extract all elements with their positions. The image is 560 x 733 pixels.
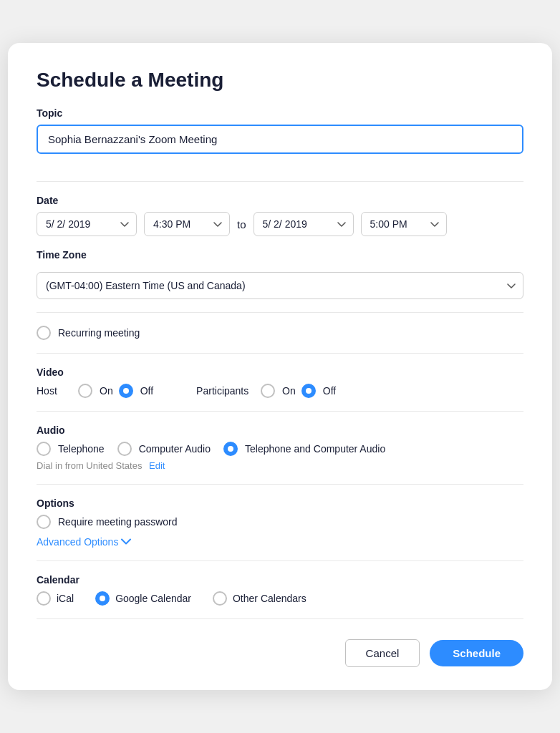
footer-row: Cancel Schedule [37, 639, 523, 667]
host-off-label: Off [140, 385, 153, 397]
computer-audio-pair: Computer Audio [117, 442, 211, 456]
participants-off-label: Off [323, 385, 336, 397]
audio-row: Telephone Computer Audio Telephone and C… [37, 442, 523, 456]
end-time-select[interactable]: 5:00 PM [361, 212, 447, 236]
video-row: Host On Off Participants On Off [37, 384, 523, 398]
google-calendar-label: Google Calendar [115, 593, 191, 604]
audio-section: Audio Telephone Computer Audio Telephone… [37, 424, 523, 471]
divider-5 [37, 484, 523, 485]
host-on-radio[interactable] [78, 384, 92, 398]
topic-section: Topic [37, 107, 523, 168]
start-time-select[interactable]: 4:30 PM [144, 212, 230, 236]
video-label: Video [37, 366, 523, 378]
dial-in-text: Dial in from United States [37, 460, 142, 471]
cancel-button[interactable]: Cancel [345, 639, 420, 667]
participants-on-pair: On [261, 384, 296, 398]
host-off-radio[interactable] [119, 384, 133, 398]
host-on-label: On [100, 385, 113, 397]
ical-option: iCal [37, 591, 74, 606]
date-row: 5/ 2/ 2019 4:30 PM to 5/ 2/ 2019 5:00 PM [37, 212, 523, 236]
telephone-pair: Telephone [37, 442, 105, 456]
edit-link[interactable]: Edit [149, 460, 165, 471]
timezone-section: Time Zone (GMT-04:00) Eastern Time (US a… [37, 249, 523, 299]
schedule-meeting-modal: Schedule a Meeting Topic Date 5/ 2/ 2019… [8, 43, 552, 690]
date-section: Date 5/ 2/ 2019 4:30 PM to 5/ 2/ 2019 5:… [37, 195, 523, 236]
advanced-options-row[interactable]: Advanced Options [37, 536, 523, 548]
google-calendar-option: Google Calendar [95, 591, 191, 606]
calendar-label: Calendar [37, 574, 523, 586]
computer-audio-label: Computer Audio [139, 443, 211, 455]
video-section: Video Host On Off Participants On [37, 366, 523, 398]
topic-input[interactable] [37, 125, 523, 154]
end-date-select[interactable]: 5/ 2/ 2019 [254, 212, 354, 236]
divider-2 [37, 312, 523, 313]
date-label: Date [37, 195, 523, 206]
participants-off-pair: Off [301, 384, 336, 398]
telephone-computer-label: Telephone and Computer Audio [245, 443, 385, 455]
divider-7 [37, 618, 523, 619]
calendar-section: Calendar iCal Google Calendar Other Cale… [37, 574, 523, 606]
other-calendars-option: Other Calendars [213, 591, 306, 606]
telephone-computer-radio[interactable] [223, 442, 238, 456]
options-section: Options Require meeting password Advance… [37, 497, 523, 548]
recurring-checkbox[interactable] [37, 326, 51, 340]
telephone-label: Telephone [58, 443, 105, 455]
host-on-pair: On [78, 384, 113, 398]
participants-on-radio[interactable] [261, 384, 275, 398]
ical-radio[interactable] [37, 591, 51, 606]
to-label: to [237, 218, 246, 230]
telephone-radio[interactable] [37, 442, 51, 456]
timezone-label: Time Zone [37, 249, 523, 261]
other-calendars-label: Other Calendars [233, 593, 306, 604]
participants-label: Participants [196, 385, 261, 397]
divider-6 [37, 560, 523, 561]
google-calendar-radio[interactable] [95, 591, 110, 606]
ical-label: iCal [57, 593, 74, 604]
computer-audio-radio[interactable] [117, 442, 132, 456]
advanced-options-label: Advanced Options [37, 536, 118, 548]
divider-1 [37, 181, 523, 182]
calendar-row: iCal Google Calendar Other Calendars [37, 591, 523, 606]
divider-3 [37, 353, 523, 354]
host-label: Host [37, 385, 72, 397]
start-date-select[interactable]: 5/ 2/ 2019 [37, 212, 137, 236]
participants-on-label: On [282, 385, 296, 397]
telephone-computer-pair: Telephone and Computer Audio [223, 442, 385, 456]
topic-label: Topic [37, 107, 523, 119]
schedule-button[interactable]: Schedule [430, 640, 523, 666]
recurring-row: Recurring meeting [37, 326, 523, 340]
dial-in-row: Dial in from United States Edit [37, 460, 523, 471]
page-title: Schedule a Meeting [37, 69, 523, 92]
options-label: Options [37, 497, 523, 509]
password-label: Require meeting password [58, 516, 178, 528]
chevron-down-icon [121, 537, 131, 547]
password-row: Require meeting password [37, 515, 523, 529]
password-checkbox[interactable] [37, 515, 51, 529]
host-off-pair: Off [119, 384, 153, 398]
other-calendars-radio[interactable] [213, 591, 227, 606]
participants-off-radio[interactable] [301, 384, 316, 398]
audio-label: Audio [37, 424, 523, 436]
host-video-group: Host On Off [37, 384, 153, 398]
divider-4 [37, 411, 523, 412]
timezone-select[interactable]: (GMT-04:00) Eastern Time (US and Canada) [37, 272, 523, 299]
recurring-label: Recurring meeting [58, 327, 140, 339]
